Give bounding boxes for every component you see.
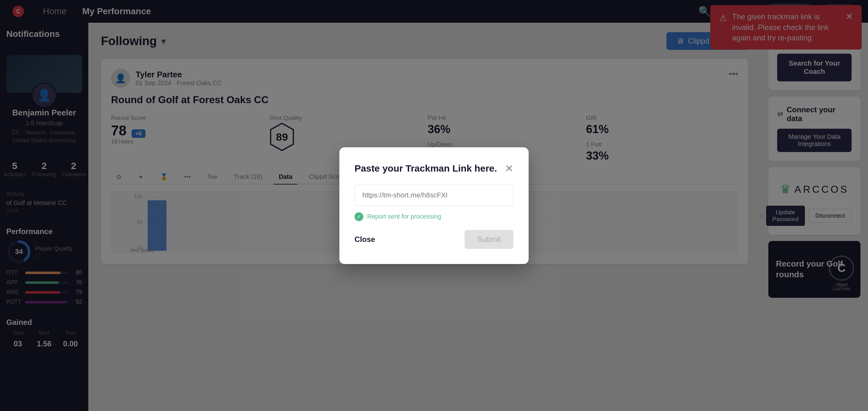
modal-close-x-button[interactable]: ✕	[505, 162, 514, 175]
modal-footer: Close Submit	[354, 230, 514, 249]
modal-close-button[interactable]: Close	[354, 235, 375, 244]
modal-submit-button[interactable]: Submit	[465, 230, 514, 249]
trackman-modal: Paste your Trackman Link here. ✕ ✓ Repor…	[339, 147, 529, 264]
success-check-icon: ✓	[354, 212, 363, 221]
success-text: Report sent for processing	[367, 213, 441, 220]
modal-overlay[interactable]: Paste your Trackman Link here. ✕ ✓ Repor…	[0, 0, 868, 411]
trackman-link-input[interactable]	[354, 185, 514, 206]
modal-success-message: ✓ Report sent for processing	[354, 212, 514, 221]
modal-header: Paste your Trackman Link here. ✕	[354, 162, 514, 175]
modal-title: Paste your Trackman Link here.	[354, 163, 497, 174]
